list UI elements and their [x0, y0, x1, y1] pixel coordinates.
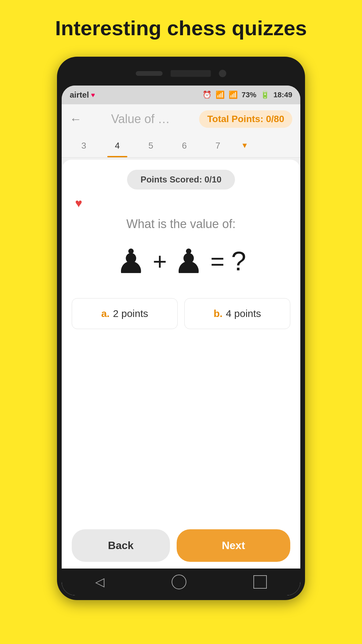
chess-piece-2: ♟ [174, 245, 204, 278]
chess-piece-1: ♟ [116, 245, 146, 278]
app-header: ← Value of … Total Points: 0/80 [62, 104, 300, 134]
nav-buttons: Back Next [72, 529, 290, 562]
points-scored-badge: Points Scored: 0/10 [127, 170, 235, 190]
alarm-icon: ⏰ [202, 91, 212, 99]
total-points-badge: Total Points: 0/80 [199, 110, 292, 128]
tab-6[interactable]: 6 [168, 134, 201, 157]
wifi-icon: 📶 [216, 91, 225, 99]
favorite-icon[interactable]: ♥ [75, 196, 82, 210]
chess-equation: ♟ + ♟ = ? [116, 245, 246, 278]
back-nav-button[interactable]: Back [72, 529, 170, 562]
carrier-name: airtel [70, 90, 89, 100]
answer-b-text: 4 points [226, 308, 261, 319]
phone-top-hardware [62, 63, 300, 84]
answer-a-text: 2 points [113, 308, 148, 319]
speaker-grid [171, 70, 211, 77]
status-bar: airtel ♥ ⏰ 📶 📶 73% 🔋 18:49 [62, 86, 300, 104]
status-left: airtel ♥ [70, 90, 95, 100]
tab-more-button[interactable]: ▼ [235, 136, 255, 156]
front-camera [219, 70, 226, 77]
header-title: Value of … [111, 112, 170, 126]
tab-bar: 3 4 5 6 7 ▼ [62, 134, 300, 158]
signal-icon: 📶 [229, 91, 238, 99]
next-nav-button[interactable]: Next [177, 529, 290, 562]
answer-options: a. 2 points b. 4 points [72, 298, 290, 329]
battery-percent: 73% [242, 91, 256, 99]
tab-7[interactable]: 7 [201, 134, 235, 157]
question-mark: ? [231, 246, 246, 277]
phone-frame: airtel ♥ ⏰ 📶 📶 73% 🔋 18:49 ← Value of … … [57, 57, 305, 600]
page-title: Interesting chess quizzes [55, 16, 307, 40]
tab-4[interactable]: 4 [101, 134, 134, 157]
back-button[interactable]: ← [70, 112, 82, 126]
answer-a-button[interactable]: a. 2 points [72, 298, 178, 329]
answer-b-letter: b. [214, 308, 223, 319]
health-icon: ♥ [91, 91, 95, 99]
battery-icon: 🔋 [260, 91, 269, 99]
clock: 18:49 [274, 91, 292, 99]
plus-symbol: + [153, 248, 167, 275]
answer-a-letter: a. [101, 308, 110, 319]
status-right: ⏰ 📶 📶 73% 🔋 18:49 [202, 91, 292, 99]
quiz-content: Points Scored: 0/10 ♥ What is the value … [62, 160, 300, 569]
system-back-icon[interactable]: ◁ [95, 575, 105, 589]
equals-symbol: = [210, 248, 225, 275]
tab-3[interactable]: 3 [67, 134, 101, 157]
system-home-icon[interactable] [172, 575, 186, 589]
bottom-nav: ◁ [62, 569, 300, 595]
phone-screen: airtel ♥ ⏰ 📶 📶 73% 🔋 18:49 ← Value of … … [62, 86, 300, 595]
speaker-bar [136, 71, 163, 76]
system-recents-icon[interactable] [253, 575, 267, 589]
tab-5[interactable]: 5 [134, 134, 168, 157]
question-text: What is the value of: [126, 217, 236, 231]
answer-b-button[interactable]: b. 4 points [184, 298, 290, 329]
